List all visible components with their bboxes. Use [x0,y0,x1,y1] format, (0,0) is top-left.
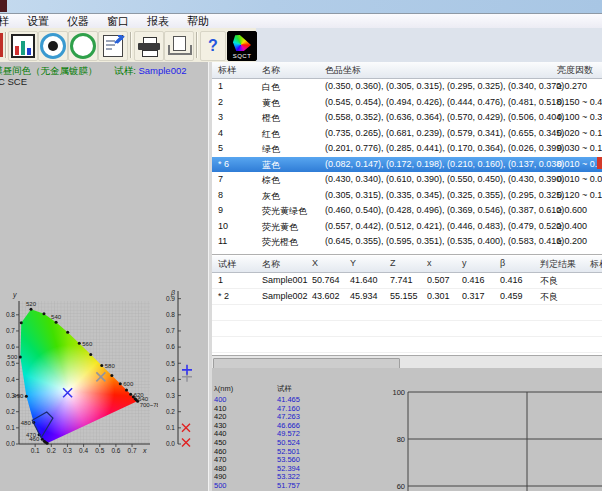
toolbar-separator [130,32,132,58]
cell: 2 [218,97,223,107]
column-header[interactable]: 标样 [590,258,602,271]
cell: ≥ 0.400 [557,221,587,231]
cell: 7 [218,174,223,184]
cell: 4 [218,128,223,138]
beta-scale: β0.00.10.20.30.40.50.60.70.80.9 [158,288,208,491]
print-preview-button[interactable] [164,31,194,61]
menu-item-4[interactable]: 窗口 [101,14,135,29]
cell: ≥ 0.200 [557,236,587,246]
menu-item-6[interactable]: 帮助 [181,14,215,29]
report-button[interactable] [98,31,128,61]
menu-item-5[interactable]: 报表 [141,14,175,29]
column-header[interactable]: 试样 [218,258,236,271]
tolerance-row[interactable]: * 6蓝色(0.082, 0.147), (0.172, 0.198), (0.… [212,157,602,173]
menu-item-3[interactable]: 仪器 [61,14,95,29]
horizontal-scrollbar[interactable] [212,355,602,368]
svg-text:0.4: 0.4 [166,376,175,383]
menu-item-2[interactable]: 设置 [21,14,55,29]
column-header[interactable]: 色品坐标 [325,64,361,77]
sample-measure-button[interactable] [38,31,68,61]
cell: (0.460, 0.540), (0.428, 0.496), (0.369, … [325,205,564,215]
ring-icon [70,33,96,59]
cell: 不良 [540,275,558,288]
column-header[interactable]: 名称 [262,258,280,271]
help-button[interactable]: ? [200,31,226,61]
column-header[interactable]: β [500,258,505,268]
svg-text:100: 100 [392,388,405,397]
spectral-section: λ(nm)试样 40041.46541047.16042047.26343046… [212,368,602,491]
chromaticity-panel: 膜昼间色（无金属镀膜） 试样: Sample002 C SCE 0.00.10.… [0,62,208,491]
cell: (0.645, 0.355), (0.595, 0.351), (0.535, … [325,236,564,246]
svg-text:0.9: 0.9 [166,295,175,302]
cell: 0.416 [462,275,485,285]
tolerance-row[interactable]: 10荧光黄色(0.557, 0.442), (0.512, 0.421), (0… [212,219,602,235]
svg-text:560: 560 [82,341,93,347]
svg-text:80: 80 [397,435,405,444]
sqct-logo-button[interactable]: SQCT [227,31,257,61]
tolerance-table-header: 标样名称色品坐标亮度因数 [212,62,602,79]
toolbar-separator [5,32,7,58]
spectral-row: 50051.757 [214,481,300,490]
spectral-chart: 1008060 [392,382,602,491]
report-icon [103,35,123,57]
application-window: 样设置仪器窗口报表帮助 ? SQCT 膜昼间色（无金属镀膜） 试样: Sampl… [0,0,602,491]
cell: (0.557, 0.442), (0.512, 0.421), (0.446, … [325,221,564,231]
print-button[interactable] [134,31,164,61]
standard-measure-button[interactable] [68,31,98,61]
svg-text:0.1: 0.1 [166,424,175,431]
cell: 0.317 [462,291,485,301]
tolerance-row[interactable]: 3橙色(0.558, 0.352), (0.636, 0.364), (0.57… [212,110,602,126]
tolerance-row[interactable]: 11荧光橙色(0.645, 0.355), (0.595, 0.351), (0… [212,234,602,250]
sample-name: Sample002 [138,65,186,76]
tolerance-row[interactable]: 5绿色(0.201, 0.776), (0.285, 0.441), (0.17… [212,141,602,157]
mode-text: 膜昼间色（无金属镀膜） [0,65,98,76]
tolerance-row[interactable]: 4红色(0.735, 0.265), (0.681, 0.239), (0.57… [212,126,602,142]
target-icon [40,33,66,59]
column-header[interactable]: 判定结果 [540,258,576,271]
tolerance-row[interactable]: 7棕色(0.430, 0.340), (0.610, 0.390), (0.55… [212,172,602,188]
sample-row[interactable]: * 2Sample00243.60245.93455.1550.3010.317… [212,289,602,305]
empty-row [212,321,602,337]
color-values-button[interactable] [8,31,38,61]
cell: 0.507 [427,275,450,285]
cell: 0.020 ~ 0.150 [557,128,602,138]
cell: * 2 [218,291,229,301]
window-titlebar [0,0,602,14]
cell: 5 [218,143,223,153]
column-header[interactable]: 亮度因数 [557,64,593,77]
cell: Sample002 [262,291,308,301]
cell: 0.100 ~ 0.300 [557,112,602,122]
menu-item-1[interactable]: 样 [0,14,15,29]
column-header[interactable]: x [427,258,432,268]
column-header[interactable]: Z [390,258,396,268]
tolerance-row[interactable]: 1白色(0.350, 0.360), (0.305, 0.315), (0.29… [212,79,602,95]
cell: 3 [218,112,223,122]
cell: Sample001 [262,275,308,285]
cell: 41.640 [350,275,378,285]
condition-info-line: C SCE [0,76,27,87]
sample-row[interactable]: 1Sample00150.76441.6407.7410.5070.4160.4… [212,273,602,289]
column-header[interactable]: Y [350,258,356,268]
empty-row [212,337,602,353]
tolerance-row[interactable]: 9荧光黄绿色(0.460, 0.540), (0.428, 0.496), (0… [212,203,602,219]
sample-table-header: 试样名称XYZxyβ判定结果标样 [212,256,602,273]
cell: 50.764 [312,275,340,285]
cell: 9 [218,205,223,215]
cell: 不良 [540,291,558,304]
column-header[interactable]: 标样 [218,64,236,77]
column-header[interactable]: 名称 [262,64,280,77]
svg-text:480: 480 [21,420,32,426]
cell: 0.120 ~ 0.180 [557,190,602,200]
tolerance-row[interactable]: 2黄色(0.545, 0.454), (0.494, 0.426), (0.44… [212,95,602,111]
bar-chart-icon [11,34,35,58]
cell: 45.934 [350,291,378,301]
sqct-logo-icon: SQCT [229,33,255,59]
tolerance-row[interactable]: 8灰色(0.305, 0.315), (0.335, 0.345), (0.32… [212,188,602,204]
column-header[interactable]: X [312,258,318,268]
cell: 10 [218,221,228,231]
cell: 0.416 [500,275,523,285]
column-header[interactable]: y [462,258,467,268]
clipped-toolbar-icon[interactable] [0,33,3,57]
cell: 0.010 ~ 0.100 [557,159,602,169]
menu-bar: 样设置仪器窗口报表帮助 [0,14,602,28]
